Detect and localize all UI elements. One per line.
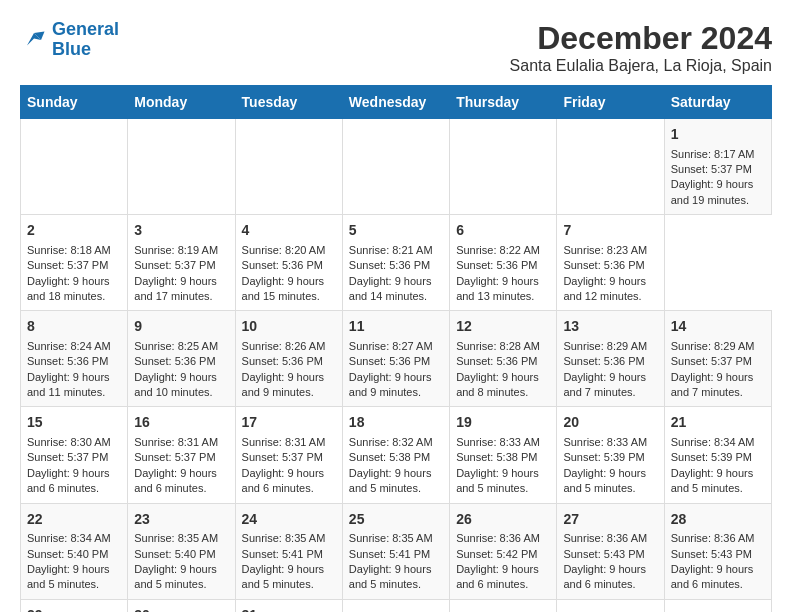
day-number: 14 [671,317,765,337]
calendar-cell: 24Sunrise: 8:35 AMSunset: 5:41 PMDayligh… [235,503,342,599]
day-number: 26 [456,510,550,530]
sunrise: Sunrise: 8:18 AM [27,244,111,256]
calendar-cell [235,119,342,215]
sunset: Sunset: 5:37 PM [671,355,752,367]
calendar-table: SundayMondayTuesdayWednesdayThursdayFrid… [20,85,772,612]
daylight: Daylight: 9 hours and 17 minutes. [134,275,217,302]
sunset: Sunset: 5:37 PM [27,451,108,463]
calendar-cell: 7Sunrise: 8:23 AMSunset: 5:36 PMDaylight… [557,215,664,311]
calendar-cell: 17Sunrise: 8:31 AMSunset: 5:37 PMDayligh… [235,407,342,503]
sunset: Sunset: 5:36 PM [349,259,430,271]
calendar-cell: 5Sunrise: 8:21 AMSunset: 5:36 PMDaylight… [342,215,449,311]
calendar-cell [557,119,664,215]
sunrise: Sunrise: 8:31 AM [242,436,326,448]
calendar-cell: 19Sunrise: 8:33 AMSunset: 5:38 PMDayligh… [450,407,557,503]
day-number: 25 [349,510,443,530]
calendar-cell: 9Sunrise: 8:25 AMSunset: 5:36 PMDaylight… [128,311,235,407]
sunset: Sunset: 5:41 PM [242,548,323,560]
sunset: Sunset: 5:38 PM [456,451,537,463]
sunset: Sunset: 5:43 PM [563,548,644,560]
daylight: Daylight: 9 hours and 13 minutes. [456,275,539,302]
daylight: Daylight: 9 hours and 7 minutes. [671,371,754,398]
day-number: 7 [563,221,657,241]
col-header-thursday: Thursday [450,86,557,119]
calendar-cell: 14Sunrise: 8:29 AMSunset: 5:37 PMDayligh… [664,311,771,407]
day-number: 21 [671,413,765,433]
day-number: 8 [27,317,121,337]
calendar-cell: 18Sunrise: 8:32 AMSunset: 5:38 PMDayligh… [342,407,449,503]
sunset: Sunset: 5:41 PM [349,548,430,560]
sunset: Sunset: 5:37 PM [671,163,752,175]
calendar-cell [450,599,557,612]
sunrise: Sunrise: 8:22 AM [456,244,540,256]
calendar-cell [342,599,449,612]
subtitle: Santa Eulalia Bajera, La Rioja, Spain [510,57,772,75]
day-number: 13 [563,317,657,337]
daylight: Daylight: 9 hours and 5 minutes. [671,467,754,494]
calendar-cell: 23Sunrise: 8:35 AMSunset: 5:40 PMDayligh… [128,503,235,599]
daylight: Daylight: 9 hours and 6 minutes. [27,467,110,494]
sunrise: Sunrise: 8:28 AM [456,340,540,352]
sunset: Sunset: 5:36 PM [27,355,108,367]
calendar-week-2: 2Sunrise: 8:18 AMSunset: 5:37 PMDaylight… [21,215,772,311]
day-number: 15 [27,413,121,433]
sunrise: Sunrise: 8:25 AM [134,340,218,352]
sunrise: Sunrise: 8:19 AM [134,244,218,256]
calendar-cell: 28Sunrise: 8:36 AMSunset: 5:43 PMDayligh… [664,503,771,599]
daylight: Daylight: 9 hours and 9 minutes. [242,371,325,398]
logo-text: General Blue [52,20,119,60]
sunrise: Sunrise: 8:33 AM [456,436,540,448]
calendar-cell: 1Sunrise: 8:17 AMSunset: 5:37 PMDaylight… [664,119,771,215]
daylight: Daylight: 9 hours and 5 minutes. [563,467,646,494]
day-number: 9 [134,317,228,337]
calendar-week-5: 22Sunrise: 8:34 AMSunset: 5:40 PMDayligh… [21,503,772,599]
daylight: Daylight: 9 hours and 6 minutes. [671,563,754,590]
daylight: Daylight: 9 hours and 5 minutes. [242,563,325,590]
sunrise: Sunrise: 8:23 AM [563,244,647,256]
daylight: Daylight: 9 hours and 14 minutes. [349,275,432,302]
day-number: 23 [134,510,228,530]
calendar-week-4: 15Sunrise: 8:30 AMSunset: 5:37 PMDayligh… [21,407,772,503]
day-number: 12 [456,317,550,337]
day-number: 11 [349,317,443,337]
daylight: Daylight: 9 hours and 5 minutes. [349,563,432,590]
day-number: 24 [242,510,336,530]
day-number: 19 [456,413,550,433]
sunrise: Sunrise: 8:20 AM [242,244,326,256]
sunset: Sunset: 5:37 PM [27,259,108,271]
sunset: Sunset: 5:37 PM [134,451,215,463]
sunrise: Sunrise: 8:30 AM [27,436,111,448]
calendar-cell: 10Sunrise: 8:26 AMSunset: 5:36 PMDayligh… [235,311,342,407]
day-number: 6 [456,221,550,241]
col-header-wednesday: Wednesday [342,86,449,119]
col-header-tuesday: Tuesday [235,86,342,119]
sunrise: Sunrise: 8:36 AM [563,532,647,544]
daylight: Daylight: 9 hours and 6 minutes. [242,467,325,494]
sunset: Sunset: 5:39 PM [671,451,752,463]
sunset: Sunset: 5:38 PM [349,451,430,463]
daylight: Daylight: 9 hours and 5 minutes. [456,467,539,494]
calendar-cell [342,119,449,215]
sunrise: Sunrise: 8:21 AM [349,244,433,256]
calendar-cell: 8Sunrise: 8:24 AMSunset: 5:36 PMDaylight… [21,311,128,407]
daylight: Daylight: 9 hours and 6 minutes. [456,563,539,590]
calendar-cell: 26Sunrise: 8:36 AMSunset: 5:42 PMDayligh… [450,503,557,599]
day-number: 17 [242,413,336,433]
day-number: 2 [27,221,121,241]
calendar-cell: 20Sunrise: 8:33 AMSunset: 5:39 PMDayligh… [557,407,664,503]
sunrise: Sunrise: 8:35 AM [134,532,218,544]
day-number: 3 [134,221,228,241]
calendar-cell: 12Sunrise: 8:28 AMSunset: 5:36 PMDayligh… [450,311,557,407]
daylight: Daylight: 9 hours and 9 minutes. [349,371,432,398]
day-number: 30 [134,606,228,612]
calendar-cell: 16Sunrise: 8:31 AMSunset: 5:37 PMDayligh… [128,407,235,503]
daylight: Daylight: 9 hours and 5 minutes. [27,563,110,590]
sunset: Sunset: 5:36 PM [242,259,323,271]
sunset: Sunset: 5:36 PM [456,259,537,271]
calendar-cell: 13Sunrise: 8:29 AMSunset: 5:36 PMDayligh… [557,311,664,407]
calendar-cell: 25Sunrise: 8:35 AMSunset: 5:41 PMDayligh… [342,503,449,599]
calendar-week-3: 8Sunrise: 8:24 AMSunset: 5:36 PMDaylight… [21,311,772,407]
sunrise: Sunrise: 8:33 AM [563,436,647,448]
sunrise: Sunrise: 8:29 AM [563,340,647,352]
calendar-cell: 30Sunrise: 8:37 AMSunset: 5:45 PMDayligh… [128,599,235,612]
